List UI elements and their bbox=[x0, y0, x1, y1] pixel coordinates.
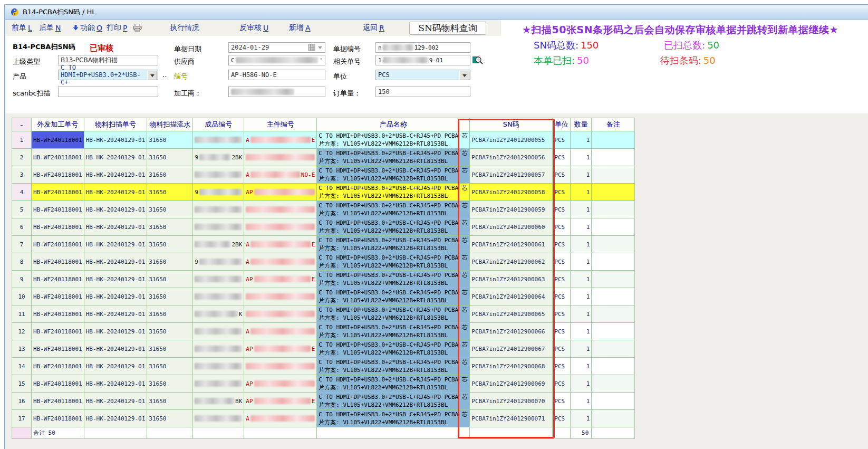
cell-product-name[interactable]: C TO HDMI+DP+USB3.0+2*USB-C+RJ45+PD PCBA… bbox=[317, 131, 470, 149]
cell-product-name[interactable]: C TO HDMI+DP+USB3.0+2*USB-C+RJ45+PD PCBA… bbox=[317, 288, 470, 305]
cell-row-number[interactable]: 10 bbox=[12, 288, 32, 305]
cell-serial[interactable]: 31650 bbox=[147, 393, 193, 410]
product-dropdown-arrow[interactable] bbox=[147, 71, 157, 80]
menu-unapprove[interactable]: 反审核U bbox=[239, 23, 268, 33]
cell-serial[interactable]: 31650 bbox=[147, 218, 193, 236]
cell-unit[interactable]: PCS bbox=[553, 131, 571, 149]
cell-qty[interactable]: 1 bbox=[571, 149, 592, 166]
cell-note[interactable] bbox=[592, 184, 635, 201]
cell-note[interactable] bbox=[592, 410, 635, 427]
cell-main-code[interactable] bbox=[244, 358, 317, 375]
cell-serial[interactable]: 31650 bbox=[147, 201, 193, 218]
cell-product-code[interactable]: K bbox=[193, 305, 244, 323]
cell-order-no[interactable]: HB-WF240118001 bbox=[32, 410, 84, 427]
product-browse-dots[interactable]: .. bbox=[162, 71, 167, 79]
cell-unit[interactable]: PCS bbox=[553, 358, 571, 375]
cell-scan-no[interactable]: HB-HK-20240129-01 bbox=[84, 323, 147, 340]
cell-qty[interactable]: 1 bbox=[571, 166, 592, 184]
column-header-7[interactable]: SN码 bbox=[470, 118, 553, 131]
cell-product-code[interactable] bbox=[193, 131, 244, 149]
column-header-2[interactable]: 物料扫描单号 bbox=[84, 118, 147, 131]
cell-qty[interactable]: 1 bbox=[571, 201, 592, 218]
cell-sn[interactable]: PCBA7in1ZY24012900061 bbox=[470, 236, 553, 253]
cell-order-no[interactable]: HB-WF240118001 bbox=[32, 201, 84, 218]
cell-scan-no[interactable]: HB-HK-20240129-01 bbox=[84, 358, 147, 375]
cell-order-no[interactable]: HB-WF240118001 bbox=[32, 323, 84, 340]
cell-unit[interactable]: PCS bbox=[553, 184, 571, 201]
cell-row-number[interactable]: 9 bbox=[12, 271, 32, 288]
cell-product-code[interactable] bbox=[193, 358, 244, 375]
cell-main-code[interactable]: ANO-E bbox=[244, 166, 317, 184]
cell-product-code[interactable] bbox=[193, 288, 244, 305]
cell-product-code[interactable] bbox=[193, 166, 244, 184]
cell-main-code[interactable] bbox=[244, 149, 317, 166]
cell-order-no[interactable]: HB-WF240118001 bbox=[32, 358, 84, 375]
cell-scan-no[interactable]: HB-HK-20240129-01 bbox=[84, 271, 147, 288]
doc-no-field[interactable]: n129-002 bbox=[375, 42, 470, 53]
cell-note[interactable] bbox=[592, 236, 635, 253]
cell-row-number[interactable]: 12 bbox=[12, 323, 32, 340]
column-header-1[interactable]: 外发加工单号 bbox=[32, 118, 84, 131]
cell-note[interactable] bbox=[592, 271, 635, 288]
cell-unit[interactable]: PCS bbox=[553, 201, 571, 218]
cell-main-code[interactable]: APE bbox=[244, 340, 317, 358]
cell-serial[interactable]: 31650 bbox=[147, 149, 193, 166]
menu-add-new[interactable]: 新增A bbox=[289, 23, 311, 33]
cell-note[interactable] bbox=[592, 218, 635, 236]
cell-scan-no[interactable]: HB-HK-20240129-01 bbox=[84, 253, 147, 271]
cell-main-code[interactable] bbox=[244, 218, 317, 236]
cell-sn[interactable]: PCBA7in1ZY24012900060 bbox=[470, 218, 553, 236]
column-header-8[interactable]: 单位 bbox=[553, 118, 571, 131]
calendar-icon[interactable] bbox=[308, 44, 315, 53]
cell-row-number[interactable]: 15 bbox=[12, 375, 32, 393]
cell-scan-no[interactable]: HB-HK-20240129-01 bbox=[84, 149, 147, 166]
cell-main-code[interactable] bbox=[244, 305, 317, 323]
cell-main-code[interactable]: A bbox=[244, 323, 317, 340]
cell-note[interactable] bbox=[592, 393, 635, 410]
column-header-0[interactable]: - bbox=[12, 118, 32, 131]
cell-note[interactable] bbox=[592, 340, 635, 358]
cell-sn[interactable]: PCBA7in1ZY24012900071 bbox=[470, 410, 553, 427]
cell-product-name[interactable]: C TO HDMI+DP+USB3.0+2*USB-C+RJ45+PD PCBA… bbox=[317, 236, 470, 253]
cell-product-code[interactable] bbox=[193, 201, 244, 218]
cell-product-name[interactable]: C TO HDMI+DP+USB3.0+2*USB-C+RJ45+PD PCBA… bbox=[317, 375, 470, 393]
cell-row-number[interactable]: 6 bbox=[12, 218, 32, 236]
cell-product-name[interactable]: C TO HDMI+DP+USB3.0+2*USB-C+RJ45+PD PCBA… bbox=[317, 393, 470, 410]
cell-unit[interactable]: PCS bbox=[553, 149, 571, 166]
menu-print[interactable]: 打印P bbox=[107, 23, 127, 33]
cell-sn[interactable]: PCBA7in1ZY24012900070 bbox=[470, 393, 553, 410]
cell-sn[interactable]: PCBA7in1ZY24012900056 bbox=[470, 149, 553, 166]
cell-scan-no[interactable]: HB-HK-20240129-01 bbox=[84, 393, 147, 410]
cell-product-code[interactable] bbox=[193, 340, 244, 358]
cell-unit[interactable]: PCS bbox=[553, 271, 571, 288]
menu-return[interactable]: 返回R bbox=[363, 23, 384, 33]
cell-main-code[interactable]: AP bbox=[244, 375, 317, 393]
cell-product-name[interactable]: C TO HDMI+DP+USB3.0+2*USB-C+RJ45+PD PCBA… bbox=[317, 410, 470, 427]
cell-unit[interactable]: PCS bbox=[553, 340, 571, 358]
cell-product-name[interactable]: C TO HDMI+DP+USB3.0+2*USB-C+RJ45+PD PCBA… bbox=[317, 305, 470, 323]
cell-unit[interactable]: PCS bbox=[553, 393, 571, 410]
cell-product-code[interactable]: BK bbox=[193, 393, 244, 410]
cell-serial[interactable]: 31650 bbox=[147, 358, 193, 375]
cell-note[interactable] bbox=[592, 305, 635, 323]
cell-scan-no[interactable]: HB-HK-20240129-01 bbox=[84, 184, 147, 201]
cell-main-code[interactable]: A bbox=[244, 253, 317, 271]
cell-unit[interactable]: PCS bbox=[553, 410, 571, 427]
cell-product-name[interactable]: C TO HDMI+DP+USB3.0+2*USB-C+RJ45+PD PCBA… bbox=[317, 340, 470, 358]
cell-qty[interactable]: 1 bbox=[571, 131, 592, 149]
unit-dropdown[interactable]: PCS bbox=[375, 70, 470, 80]
column-header-5[interactable]: 主件编号 bbox=[244, 118, 317, 131]
column-header-4[interactable]: 成品编号 bbox=[193, 118, 244, 131]
cell-row-number[interactable]: 5 bbox=[12, 201, 32, 218]
cell-product-code[interactable] bbox=[193, 218, 244, 236]
cell-sn[interactable]: PCBA7in1ZY24012900058 bbox=[470, 184, 553, 201]
cell-product-name[interactable]: C TO HDMI+DP+USB3.0+2*USB-C+RJ45+PD PCBA… bbox=[317, 271, 470, 288]
cell-order-no[interactable]: HB-WF240118001 bbox=[32, 253, 84, 271]
cell-product-code[interactable]: 2BK bbox=[193, 236, 244, 253]
printer-icon[interactable] bbox=[133, 24, 142, 34]
cell-scan-no[interactable]: HB-HK-20240129-01 bbox=[84, 375, 147, 393]
menu-functions[interactable]: 功能O bbox=[73, 23, 102, 33]
cell-sn[interactable]: PCBA7in1ZY24012900059 bbox=[470, 201, 553, 218]
cell-note[interactable] bbox=[592, 323, 635, 340]
cell-main-code[interactable]: AE bbox=[244, 236, 317, 253]
